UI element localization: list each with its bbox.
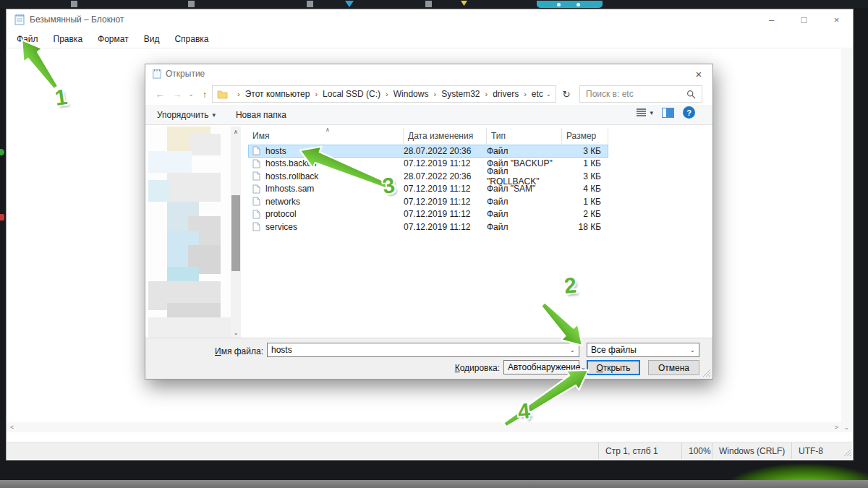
- up-icon[interactable]: ↑: [196, 89, 213, 100]
- help-icon[interactable]: ?: [683, 106, 695, 119]
- scroll-left-icon[interactable]: <: [10, 424, 14, 431]
- file-row-services[interactable]: services 07.12.2019 11:12 Файл 18 КБ: [248, 221, 608, 234]
- status-cursor-position: Стр 1, стлб 1: [598, 442, 681, 459]
- resize-grip[interactable]: [839, 442, 852, 459]
- views-caret-icon: ▾: [650, 109, 653, 116]
- sidebar-scrollbar[interactable]: ∧ ⌄: [231, 127, 241, 338]
- chevron-down-icon: ⌄: [689, 346, 695, 354]
- file-icon: [252, 159, 260, 168]
- breadcrumb-separator: ›: [315, 90, 318, 98]
- taskbar-icon: [461, 1, 467, 6]
- address-dropdown-icon[interactable]: ⌄: [545, 90, 551, 98]
- file-icon: [252, 171, 260, 181]
- taskbar-icon: [345, 1, 354, 7]
- column-type[interactable]: Тип: [487, 128, 562, 144]
- cancel-button[interactable]: Отмена: [648, 360, 699, 375]
- open-dialog: Открытие × ← → ⌄ ↑ › Этот компьютер › Lo…: [145, 64, 713, 380]
- dialog-resize-grip[interactable]: [703, 369, 710, 377]
- view-controls: ▾ ?: [637, 106, 695, 119]
- column-date[interactable]: Дата изменения: [404, 128, 487, 144]
- column-size[interactable]: Размер: [562, 128, 608, 144]
- new-folder-button[interactable]: Новая папка: [236, 110, 286, 120]
- search-icon: [686, 90, 696, 99]
- file-icon: [252, 146, 260, 155]
- file-icon: [252, 210, 260, 219]
- breadcrumb-drive-c[interactable]: Local SSD (C:): [323, 89, 380, 99]
- breadcrumb-drivers[interactable]: drivers: [493, 89, 519, 99]
- taskbar-icon: [537, 1, 603, 8]
- step-number-4: 4: [516, 398, 531, 424]
- encoding-label: Кодировка:: [455, 363, 500, 373]
- file-row-networks[interactable]: networks 07.12.2019 11:12 Файл 1 КБ: [248, 195, 608, 208]
- close-button[interactable]: ×: [820, 9, 853, 30]
- back-icon[interactable]: ←: [151, 89, 169, 100]
- open-button[interactable]: Открыть: [587, 360, 640, 375]
- step-number-2: 2: [563, 273, 578, 298]
- list-view-icon: [637, 108, 646, 117]
- breadcrumb-this-pc[interactable]: Этот компьютер: [245, 89, 310, 99]
- views-button[interactable]: ▾: [637, 108, 653, 117]
- breadcrumb-separator: ›: [433, 90, 436, 98]
- dialog-toolbar: Упорядочить ▾ Новая папка: [145, 105, 712, 125]
- horizontal-scrollbar[interactable]: < >: [7, 422, 841, 432]
- file-icon: [252, 222, 260, 231]
- dialog-titlebar[interactable]: Открытие ×: [145, 64, 712, 83]
- breadcrumb-separator: ›: [524, 90, 527, 98]
- menu-edit[interactable]: Правка: [54, 34, 83, 44]
- notepad-statusbar: Стр 1, стлб 1 100% Windows (CRLF) UTF-8: [7, 442, 852, 459]
- menu-view[interactable]: Вид: [144, 34, 160, 44]
- navigation-pane-blurred[interactable]: [148, 127, 231, 338]
- recent-locations-icon[interactable]: ⌄: [186, 90, 196, 98]
- breadcrumb-system32[interactable]: System32: [441, 89, 480, 99]
- breadcrumb-separator: ›: [237, 90, 240, 98]
- search-box[interactable]: Поиск в: etc: [579, 85, 702, 103]
- status-encoding: UTF-8: [791, 442, 839, 459]
- dialog-footer: Имя файла: hosts ⌄ Все файлы ⌄ Кодировка…: [145, 338, 712, 379]
- scroll-down-icon[interactable]: ⌄: [843, 424, 849, 431]
- filename-label: Имя файла:: [215, 346, 263, 356]
- desktop: Безымянный – Блокнот – □ × Файл Правка Ф…: [0, 0, 868, 488]
- breadcrumb-etc[interactable]: etc: [532, 89, 543, 99]
- folder-icon: [217, 90, 228, 99]
- organize-button[interactable]: Упорядочить: [157, 110, 208, 120]
- dialog-close-button[interactable]: ×: [691, 66, 707, 82]
- taskbar-icon: [307, 1, 313, 7]
- address-bar[interactable]: › Этот компьютер › Local SSD (C:) › Wind…: [212, 85, 556, 103]
- file-icon: [252, 197, 260, 206]
- menu-help[interactable]: Справка: [174, 34, 208, 44]
- file-row-lmhosts[interactable]: lmhosts.sam 07.12.2019 11:12 Файл "SAM" …: [248, 183, 608, 196]
- taskbar-icon: [425, 1, 432, 7]
- notepad-icon: [14, 14, 25, 25]
- desktop-icon-fragment: [0, 149, 4, 155]
- refresh-icon[interactable]: ↻: [556, 85, 576, 103]
- breadcrumb-windows[interactable]: Windows: [393, 89, 429, 99]
- scroll-down-icon[interactable]: ⌄: [231, 328, 241, 338]
- minimize-button[interactable]: –: [755, 9, 788, 30]
- maximize-button[interactable]: □: [788, 9, 820, 30]
- file-icon: [252, 184, 260, 194]
- sort-ascending-icon: ∧: [326, 127, 330, 133]
- scroll-up-icon[interactable]: ∧: [231, 127, 241, 137]
- taskbar-icon: [188, 1, 195, 7]
- bottom-window-strip: [0, 480, 868, 488]
- file-row-protocol[interactable]: protocol 07.12.2019 11:12 Файл 2 КБ: [248, 208, 608, 221]
- notepad-titlebar[interactable]: Безымянный – Блокнот – □ ×: [7, 9, 853, 30]
- status-line-ending: Windows (CRLF): [712, 442, 791, 459]
- scrollbar-thumb[interactable]: [231, 195, 240, 271]
- column-name[interactable]: Имя ∧: [248, 128, 404, 144]
- organize-caret-icon[interactable]: ▾: [212, 111, 216, 119]
- notepad-icon: [152, 69, 162, 79]
- file-row-hosts-rollback[interactable]: hosts.rollback 28.07.2022 20:36 Файл "RO…: [248, 170, 608, 183]
- window-title: Безымянный – Блокнот: [30, 14, 124, 25]
- file-type-select[interactable]: Все файлы ⌄: [587, 343, 699, 357]
- preview-pane-icon[interactable]: [662, 108, 674, 118]
- vertical-scrollbar[interactable]: ⌄: [841, 49, 852, 432]
- search-placeholder: Поиск в: etc: [586, 89, 686, 99]
- status-zoom: 100%: [681, 442, 712, 459]
- forward-icon[interactable]: →: [169, 89, 186, 100]
- scroll-right-icon[interactable]: >: [835, 424, 838, 431]
- filename-input[interactable]: hosts ⌄: [267, 343, 579, 357]
- menu-format[interactable]: Формат: [98, 34, 129, 44]
- notepad-menubar: Файл Правка Формат Вид Справка: [7, 30, 853, 48]
- dialog-title: Открытие: [166, 69, 205, 79]
